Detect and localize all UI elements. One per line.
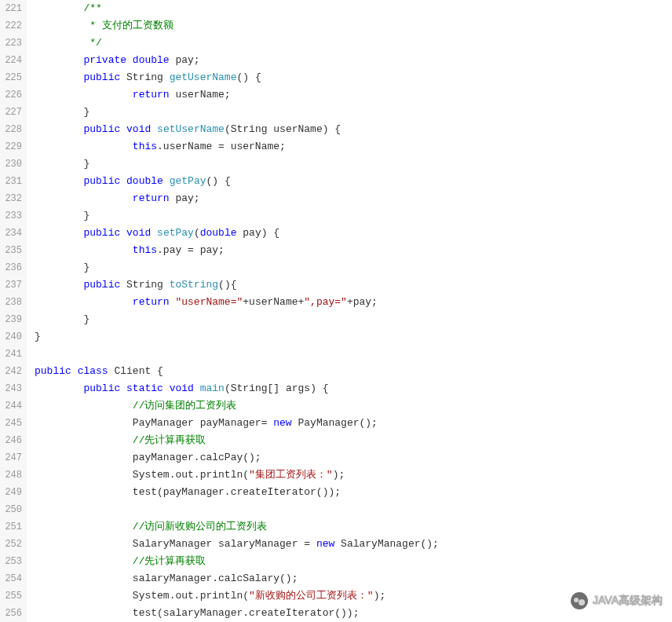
line-number: 225 bbox=[0, 69, 27, 86]
code-content: return pay; bbox=[27, 190, 200, 207]
line-number: 245 bbox=[0, 415, 27, 432]
code-line: 232 return pay; bbox=[0, 190, 672, 207]
code-content: public static void main(String[] args) { bbox=[27, 380, 329, 397]
code-content: private double pay; bbox=[27, 52, 200, 69]
code-content: //访问集团的工资列表 bbox=[27, 397, 236, 415]
code-line: 241 bbox=[0, 346, 672, 363]
line-number: 230 bbox=[0, 156, 27, 173]
line-number: 235 bbox=[0, 242, 27, 259]
code-line: 248 System.out.println("集团工资列表："); bbox=[0, 466, 672, 484]
code-line: 240} bbox=[0, 328, 672, 346]
code-line: 226 return userName; bbox=[0, 86, 672, 104]
code-content: public class Client { bbox=[27, 363, 163, 380]
code-line: 254 salaryManager.calcSalary(); bbox=[0, 570, 672, 587]
code-content: //先计算再获取 bbox=[27, 432, 206, 449]
line-number: 250 bbox=[0, 501, 27, 518]
line-number: 222 bbox=[0, 17, 27, 35]
code-line: 223 */ bbox=[0, 35, 672, 52]
code-line: 246 //先计算再获取 bbox=[0, 432, 672, 449]
code-line: 252 SalaryManager salaryManager = new Sa… bbox=[0, 536, 672, 553]
code-content: * 支付的工资数额 bbox=[27, 17, 173, 35]
code-line: 245 PayManager payManager= new PayManage… bbox=[0, 415, 672, 432]
line-number: 256 bbox=[0, 605, 27, 622]
code-line: 247 payManager.calcPay(); bbox=[0, 449, 672, 466]
code-content: test(payManager.createIterator()); bbox=[27, 484, 341, 501]
line-number: 252 bbox=[0, 536, 27, 553]
wechat-icon bbox=[571, 592, 588, 609]
code-content: public String toString(){ bbox=[27, 276, 236, 294]
line-number: 240 bbox=[0, 328, 27, 346]
code-content: return userName; bbox=[27, 86, 231, 104]
code-line: 236 } bbox=[0, 259, 672, 276]
code-content: public void setPay(double pay) { bbox=[27, 225, 279, 242]
code-line: 249 test(payManager.createIterator()); bbox=[0, 484, 672, 501]
code-content: public double getPay() { bbox=[27, 173, 231, 190]
code-line: 244 //访问集团的工资列表 bbox=[0, 397, 672, 415]
code-content: return "userName="+userName+",pay="+pay; bbox=[27, 294, 378, 311]
code-content: */ bbox=[27, 35, 102, 52]
code-content bbox=[27, 501, 35, 518]
code-content: } bbox=[27, 156, 89, 173]
line-number: 227 bbox=[0, 104, 27, 121]
code-line: 251 //访问新收购公司的工资列表 bbox=[0, 518, 672, 536]
code-content: payManager.calcPay(); bbox=[27, 449, 261, 466]
line-number: 231 bbox=[0, 173, 27, 190]
code-content: } bbox=[27, 104, 89, 121]
code-content: //访问新收购公司的工资列表 bbox=[27, 518, 267, 536]
code-block: 221 /**222 * 支付的工资数额223 */224 private do… bbox=[0, 0, 672, 622]
code-content: } bbox=[27, 207, 89, 225]
code-content: public String getUserName() { bbox=[27, 69, 261, 86]
code-line: 231 public double getPay() { bbox=[0, 173, 672, 190]
code-content: salaryManager.calcSalary(); bbox=[27, 570, 298, 587]
code-line: 228 public void setUserName(String userN… bbox=[0, 121, 672, 138]
line-number: 229 bbox=[0, 138, 27, 156]
code-line: 238 return "userName="+userName+",pay="+… bbox=[0, 294, 672, 311]
line-number: 234 bbox=[0, 225, 27, 242]
line-number: 247 bbox=[0, 449, 27, 466]
line-number: 241 bbox=[0, 346, 27, 363]
code-line: 253 //先计算再获取 bbox=[0, 553, 672, 570]
code-content: PayManager payManager= new PayManager(); bbox=[27, 415, 378, 432]
line-number: 255 bbox=[0, 587, 27, 605]
line-number: 223 bbox=[0, 35, 27, 52]
line-number: 243 bbox=[0, 380, 27, 397]
code-content: //先计算再获取 bbox=[27, 553, 206, 570]
line-number: 246 bbox=[0, 432, 27, 449]
code-line: 239 } bbox=[0, 311, 672, 328]
code-content: System.out.println("集团工资列表："); bbox=[27, 466, 345, 484]
code-content: /** bbox=[27, 0, 102, 17]
code-line: 225 public String getUserName() { bbox=[0, 69, 672, 86]
code-content: public void setUserName(String userName)… bbox=[27, 121, 341, 138]
line-number: 238 bbox=[0, 294, 27, 311]
code-line: 233 } bbox=[0, 207, 672, 225]
code-line: 237 public String toString(){ bbox=[0, 276, 672, 294]
code-content: System.out.println("新收购的公司工资列表："); bbox=[27, 587, 385, 605]
line-number: 233 bbox=[0, 207, 27, 225]
line-number: 249 bbox=[0, 484, 27, 501]
code-line: 250 bbox=[0, 501, 672, 518]
watermark: JAVA高级架构 bbox=[571, 592, 663, 609]
code-line: 229 this.userName = userName; bbox=[0, 138, 672, 156]
line-number: 242 bbox=[0, 363, 27, 380]
line-number: 226 bbox=[0, 86, 27, 104]
code-content: } bbox=[27, 259, 89, 276]
code-content: } bbox=[27, 311, 89, 328]
code-line: 242public class Client { bbox=[0, 363, 672, 380]
line-number: 251 bbox=[0, 518, 27, 536]
code-line: 222 * 支付的工资数额 bbox=[0, 17, 672, 35]
line-number: 239 bbox=[0, 311, 27, 328]
code-line: 224 private double pay; bbox=[0, 52, 672, 69]
line-number: 221 bbox=[0, 0, 27, 17]
line-number: 232 bbox=[0, 190, 27, 207]
code-line: 234 public void setPay(double pay) { bbox=[0, 225, 672, 242]
line-number: 237 bbox=[0, 276, 27, 294]
line-number: 253 bbox=[0, 553, 27, 570]
line-number: 254 bbox=[0, 570, 27, 587]
line-number: 248 bbox=[0, 466, 27, 484]
code-line: 230 } bbox=[0, 156, 672, 173]
code-line: 243 public static void main(String[] arg… bbox=[0, 380, 672, 397]
code-content: this.userName = userName; bbox=[27, 138, 286, 156]
code-content: this.pay = pay; bbox=[27, 242, 225, 259]
code-line: 221 /** bbox=[0, 0, 672, 17]
watermark-text: JAVA高级架构 bbox=[593, 594, 663, 608]
